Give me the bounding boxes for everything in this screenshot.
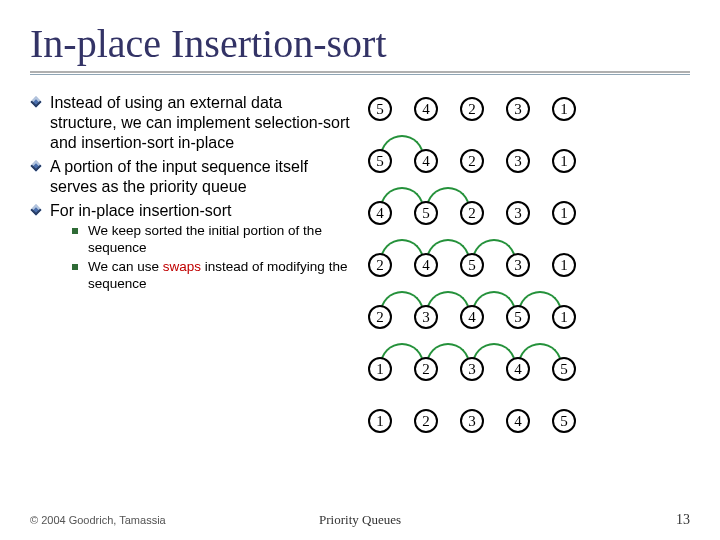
sequence-node: 1 — [552, 305, 576, 329]
sequence-node: 5 — [552, 409, 576, 433]
bullet-item: A portion of the input sequence itself s… — [30, 157, 350, 197]
sequence-row: 54231 — [368, 147, 690, 175]
sequence-node: 1 — [552, 149, 576, 173]
sub-text-pre: We can use — [88, 259, 163, 274]
sequence-node: 4 — [460, 305, 484, 329]
sequence-node: 3 — [414, 305, 438, 329]
sub-list: We keep sorted the initial portion of th… — [50, 223, 350, 293]
sequence-node: 3 — [506, 201, 530, 225]
sequence-node: 2 — [414, 409, 438, 433]
copyright-text: © 2004 Goodrich, Tamassia — [30, 514, 166, 526]
sequence-node: 2 — [368, 253, 392, 277]
sequence-node: 3 — [506, 97, 530, 121]
sequence-row: 12345 — [368, 355, 690, 383]
diagram-column: 54231542314523124531234511234512345 — [368, 93, 690, 459]
sequence-node: 5 — [460, 253, 484, 277]
sequence-node: 1 — [552, 201, 576, 225]
footer: © 2004 Goodrich, Tamassia Priority Queue… — [30, 512, 690, 528]
sequence-node: 1 — [552, 253, 576, 277]
bullet-list: Instead of using an external data struct… — [30, 93, 350, 293]
sequence-node: 3 — [506, 253, 530, 277]
sequence-node: 4 — [368, 201, 392, 225]
sequence-node: 3 — [460, 409, 484, 433]
sequence-row: 54231 — [368, 95, 690, 123]
bullet-text: For in-place insertion-sort — [50, 202, 231, 219]
sub-text-em: swaps — [163, 259, 201, 274]
sequence-node: 2 — [460, 201, 484, 225]
sequence-node: 3 — [506, 149, 530, 173]
bullet-item: Instead of using an external data struct… — [30, 93, 350, 153]
sequence-node: 1 — [552, 97, 576, 121]
sub-item: We can use swaps instead of modifying th… — [72, 259, 350, 293]
sequence-row: 24531 — [368, 251, 690, 279]
sequence-node: 4 — [414, 253, 438, 277]
sequence-row: 23451 — [368, 303, 690, 331]
sequence-node: 2 — [414, 357, 438, 381]
sequence-node: 4 — [506, 409, 530, 433]
title-block: In-place Insertion-sort — [30, 20, 690, 81]
sequence-node: 3 — [460, 357, 484, 381]
sequence-node: 4 — [414, 97, 438, 121]
sequence-node: 5 — [368, 149, 392, 173]
title-underline — [30, 71, 690, 75]
sequence-row: 12345 — [368, 407, 690, 435]
sequence-node: 1 — [368, 409, 392, 433]
sequence-node: 1 — [368, 357, 392, 381]
text-column: Instead of using an external data struct… — [30, 93, 350, 459]
bullet-item: For in-place insertion-sort We keep sort… — [30, 201, 350, 293]
sequence-node: 4 — [506, 357, 530, 381]
content-body: Instead of using an external data struct… — [30, 93, 690, 459]
footer-center: Priority Queues — [319, 512, 401, 528]
sequence-node: 5 — [552, 357, 576, 381]
sequence-row: 45231 — [368, 199, 690, 227]
sequence-node: 5 — [506, 305, 530, 329]
sequence-node: 5 — [368, 97, 392, 121]
page-number: 13 — [676, 512, 690, 528]
sequence-node: 5 — [414, 201, 438, 225]
slide: In-place Insertion-sort Instead of using… — [0, 0, 720, 540]
sequence-node: 4 — [414, 149, 438, 173]
sub-item: We keep sorted the initial portion of th… — [72, 223, 350, 257]
sequence-node: 2 — [368, 305, 392, 329]
sequence-node: 2 — [460, 97, 484, 121]
sequence-node: 2 — [460, 149, 484, 173]
page-title: In-place Insertion-sort — [30, 20, 690, 67]
